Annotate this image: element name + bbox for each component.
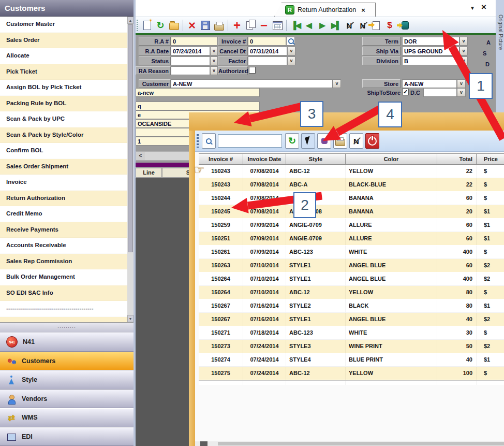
popup-search-button[interactable] [202, 133, 216, 149]
column-header[interactable]: Color [346, 154, 437, 165]
scrollbar-corner[interactable] [200, 441, 207, 446]
exit-button[interactable] [396, 19, 410, 32]
add-line-button[interactable] [230, 19, 244, 32]
table-row[interactable]: 15024407/08/2014ANGIE-0708BANANA60$ [199, 192, 504, 205]
dc-dropdown-button[interactable] [457, 88, 466, 97]
sidebar-item[interactable]: ----------------------------------------… [0, 301, 127, 317]
payment-button[interactable] [383, 19, 396, 32]
sidebar-item[interactable]: Credit Memo [0, 206, 127, 222]
column-header[interactable]: Style [286, 154, 346, 165]
scroll-left-icon[interactable] [136, 152, 145, 160]
last-record-button[interactable] [329, 19, 343, 32]
table-row[interactable]: 15026407/10/2014ABC-12YELLOW80$ [199, 286, 504, 299]
tab-close-icon[interactable]: × [361, 6, 365, 14]
sidebar-item[interactable] [0, 317, 127, 323]
window-menu-icon[interactable] [470, 4, 475, 11]
ship-via-field[interactable]: UPS GROUND [402, 47, 459, 55]
table-row[interactable]: 15026307/10/2014STYLE1ANGEL BLUE60$2 [199, 259, 504, 272]
ra-date-field[interactable]: 07/24/2014 [171, 47, 210, 55]
line-grid-header-line[interactable]: Line [136, 168, 162, 178]
table-row[interactable]: 15027107/18/2014ABC-123WHITE30$ [199, 326, 504, 340]
print-button[interactable] [212, 19, 226, 32]
sidebar-item[interactable]: Receive Payments [0, 222, 127, 238]
scrollbar-thumb[interactable] [218, 442, 504, 445]
table-row[interactable]: 15025907/09/2014ANGIE-0709ALLURE60$1 [199, 219, 504, 232]
new-button[interactable] [140, 19, 154, 32]
ship-to-store-checkbox[interactable] [402, 89, 409, 95]
table-row[interactable]: 15026407/10/2014STYLE1ANGEL BLUE400$2 [199, 272, 504, 286]
nav-item-wms[interactable]: WMS [0, 408, 134, 427]
note-button[interactable] [343, 19, 356, 32]
sidebar-item[interactable]: Packing Rule by BOL [0, 96, 127, 112]
sidebar-splitter[interactable]: ········· [0, 322, 134, 334]
refresh-button[interactable] [154, 19, 167, 32]
customer-dropdown-button[interactable] [333, 79, 341, 88]
address-line-field[interactable]: q [136, 102, 260, 110]
nav-item-customers[interactable]: Customers [0, 352, 134, 371]
collapsed-panel-tab[interactable]: Original Picture [496, 0, 504, 131]
previous-record-button[interactable] [302, 19, 316, 32]
popup-select-button[interactable] [301, 133, 315, 149]
column-header[interactable]: Invoice Date [243, 154, 286, 165]
scroll-down-icon[interactable]: ▼ [127, 315, 134, 322]
invoice-lookup-button[interactable] [369, 19, 383, 32]
ra-reason-field[interactable] [171, 66, 210, 75]
table-row[interactable]: 15025107/09/2014ANGIE-0709ALLURE60$1 [199, 232, 504, 246]
table-row[interactable]: 15026707/16/2014STYLE1ANGEL BLUE40$2 [199, 313, 504, 326]
ra-reason-dropdown-button[interactable] [210, 66, 218, 75]
column-header[interactable]: Invoice # [199, 154, 243, 165]
sidebar-item[interactable]: Sales Order [0, 33, 127, 49]
popup-filter-button[interactable] [317, 133, 331, 149]
popup-print-button[interactable] [333, 133, 347, 149]
remove-line-button[interactable] [257, 19, 271, 32]
sidebar-scrollbar[interactable]: ▲ ▼ [127, 17, 134, 322]
table-row[interactable]: 15027307/24/2014STYLE3WINE PRINT50$2 [199, 340, 504, 353]
note2-button[interactable] [356, 19, 369, 32]
sidebar-item[interactable]: Allocate [0, 48, 127, 64]
search-input[interactable] [218, 134, 282, 148]
division-dropdown-button[interactable] [459, 56, 468, 65]
table-row[interactable]: 15027507/24/2014ABC-12YELLOW100$ [199, 367, 504, 380]
status-dropdown-button[interactable] [210, 56, 218, 65]
customer-field[interactable]: A-NEW [171, 79, 333, 88]
tab-return-authorization[interactable]: R Return Authorization × [274, 3, 376, 17]
sidebar-item[interactable]: Sales Order Shipment [0, 159, 127, 175]
table-row[interactable]: 15027407/24/2014STYLE4BLUE PRINT40$1 [199, 353, 504, 367]
table-row[interactable]: 15024307/08/2014ABC-ABLACK-BLUE22$ [199, 178, 504, 192]
sidebar-item[interactable]: Sales Rep Commission [0, 254, 127, 270]
ra-date-dropdown-button[interactable] [210, 47, 218, 55]
nav-item-n41[interactable]: N41 [0, 333, 134, 352]
nav-item-edi[interactable]: EDI [0, 427, 134, 446]
popup-toolbar-grip[interactable] [197, 134, 199, 148]
popup-note-button[interactable] [349, 133, 363, 149]
nav-item-vendors[interactable]: Vendors [0, 390, 134, 409]
copy-button[interactable] [244, 19, 257, 32]
column-header[interactable]: Total [437, 154, 477, 165]
sidebar-item[interactable]: SO EDI SAC Info [0, 285, 127, 301]
save-button[interactable] [199, 19, 212, 32]
toolbar-grip[interactable] [137, 20, 138, 31]
delete-button[interactable] [185, 19, 199, 32]
table-row[interactable]: 15024307/08/2014ABC-12YELLOW22$ [199, 165, 504, 178]
sidebar-item[interactable]: Scan & Pack by UPC [0, 111, 127, 127]
sidebar-item[interactable]: Scan & Pack by Style/Color [0, 127, 127, 143]
popup-refresh-button[interactable] [285, 133, 299, 149]
invoice-lookup-magnifier[interactable] [286, 37, 295, 46]
next-record-button[interactable] [316, 19, 329, 32]
factor-field[interactable] [248, 56, 287, 65]
sidebar-item[interactable]: Assign BOL by Pick Ticket [0, 80, 127, 96]
nav-item-style[interactable]: Style [0, 370, 134, 390]
popup-title-bar[interactable] [189, 112, 504, 131]
scroll-up-icon[interactable]: ▲ [127, 17, 134, 24]
table-row[interactable]: 15026107/09/2014ABC-123WHITE400$ [199, 246, 504, 259]
window-close-icon[interactable] [481, 4, 486, 11]
column-header[interactable]: Price [477, 154, 504, 165]
customer-name-field[interactable]: a-new [136, 88, 260, 97]
table-row[interactable]: 15024507/08/2014ANGIE-0708BANANA20$1 [199, 205, 504, 219]
sidebar-item[interactable]: Pick Ticket [0, 64, 127, 80]
sidebar-item[interactable]: Accounts Receivable [0, 238, 127, 254]
invoice-number-field[interactable]: 0 [248, 37, 286, 46]
ra-number-field[interactable]: 0 [171, 37, 217, 46]
division-field[interactable]: B [402, 56, 459, 65]
authorized-checkbox[interactable] [249, 67, 256, 74]
